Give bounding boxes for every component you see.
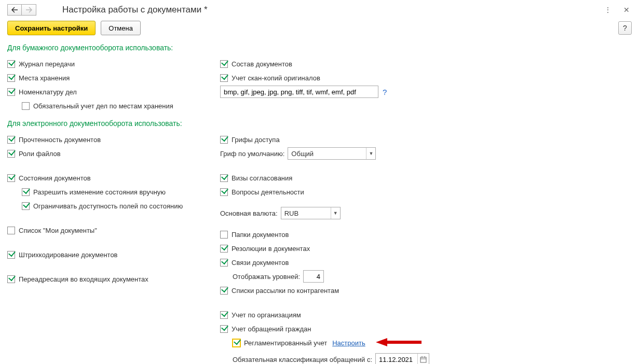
chk-file-roles[interactable] (7, 150, 15, 158)
vertical-dots-icon: ⋮ (604, 6, 611, 14)
lbl-doc-composition: Состав документов (232, 60, 292, 68)
lbl-default-stamp: Гриф по умолчанию: (220, 150, 284, 158)
chk-approval-visas[interactable] (220, 174, 228, 182)
chk-mailing-lists[interactable] (220, 287, 228, 295)
chk-allow-manual-state[interactable] (22, 188, 30, 196)
chk-org-accounting[interactable] (220, 311, 228, 319)
titlebar: Настройка работы с документами * ⋮ ✕ (7, 4, 632, 16)
lbl-mandatory-storage: Обязательный учет дел по местам хранения (33, 102, 173, 110)
chk-read-docs[interactable] (7, 136, 15, 144)
chk-citizen-requests[interactable] (220, 325, 228, 333)
date-value[interactable] (376, 354, 417, 364)
section-paper-left: Журнал передачи Места хранения Номенклат… (7, 57, 215, 113)
chk-barcoding[interactable] (7, 251, 15, 259)
lbl-storage-places: Места хранения (19, 74, 70, 82)
annotation-arrow (376, 337, 423, 349)
help-button[interactable]: ? (618, 21, 632, 35)
cancel-button[interactable]: Отмена (101, 21, 141, 35)
question-icon: ? (623, 24, 627, 32)
lbl-activity-questions: Вопросы деятельности (232, 188, 304, 196)
close-icon: ✕ (623, 6, 630, 14)
help-formats[interactable]: ? (383, 88, 387, 96)
save-button[interactable]: Сохранить настройки (7, 21, 96, 35)
chk-doc-links[interactable] (220, 259, 228, 267)
chk-doc-composition[interactable] (220, 60, 228, 68)
calendar-icon[interactable] (417, 354, 429, 364)
lbl-mailing-lists: Списки рассылки по контрагентам (232, 287, 339, 295)
chk-doc-folders[interactable] (220, 231, 228, 239)
close-button[interactable]: ✕ (621, 5, 632, 15)
lbl-mandatory-classification: Обязательная классификация обращений с: (233, 356, 372, 363)
lbl-show-levels: Отображать уровней: (233, 273, 300, 281)
chk-mandatory-storage[interactable] (22, 102, 30, 110)
lbl-org-accounting: Учет по организациям (232, 311, 301, 319)
chk-transfer-log[interactable] (7, 60, 15, 68)
chk-scan-originals[interactable] (220, 74, 228, 82)
section-electronic-left: Прочтенность документов Роли файлов Сост… (7, 133, 215, 364)
page-title: Настройка работы с документами * (62, 5, 208, 15)
select-base-currency[interactable]: RUB ▼ (281, 207, 341, 219)
input-mandatory-classification-date[interactable] (375, 353, 429, 364)
chk-storage-places[interactable] (7, 74, 15, 82)
chk-nomenclature[interactable] (7, 88, 15, 96)
toolbar: Сохранить настройки Отмена ? (7, 21, 632, 35)
input-show-levels[interactable] (303, 270, 324, 283)
lbl-doc-links: Связи документов (232, 259, 289, 267)
chk-activity-questions[interactable] (220, 188, 228, 196)
lbl-doc-states: Состояния документов (19, 174, 91, 182)
chk-my-docs-list[interactable] (7, 227, 15, 234)
select-default-stamp[interactable]: Общий ▼ (288, 147, 376, 160)
chevron-down-icon: ▼ (366, 148, 375, 159)
chk-resolutions[interactable] (220, 245, 228, 253)
lbl-regulated-accounting: Регламентированный учет (244, 339, 327, 347)
lbl-doc-folders: Папки документов (232, 231, 289, 239)
lbl-nomenclature: Номенклатуру дел (19, 88, 77, 96)
lbl-citizen-requests: Учет обращений граждан (232, 325, 311, 333)
lbl-access-stamps: Грифы доступа (232, 136, 280, 144)
arrow-right-icon (25, 7, 33, 13)
select-base-currency-value: RUB (281, 207, 331, 219)
arrow-left-icon (11, 7, 18, 13)
more-button[interactable]: ⋮ (603, 5, 613, 15)
back-button[interactable] (7, 4, 22, 16)
chk-regulated-accounting[interactable] (233, 339, 240, 347)
lbl-approval-visas: Визы согласования (232, 174, 292, 182)
lbl-read-docs: Прочтенность документов (19, 136, 101, 144)
lbl-transfer-log: Журнал передачи (19, 60, 75, 68)
svg-rect-2 (420, 357, 426, 362)
input-formats[interactable] (220, 86, 378, 98)
nav-buttons (7, 4, 36, 16)
forward-button[interactable] (22, 4, 36, 16)
link-configure[interactable]: Настроить (332, 339, 365, 347)
section-paper-title: Для бумажного документооборота использов… (7, 44, 632, 52)
svg-marker-1 (376, 338, 387, 346)
lbl-resolutions: Резолюции в документах (232, 245, 310, 253)
arrow-left-red-icon (376, 337, 423, 347)
chevron-down-icon: ▼ (331, 207, 340, 219)
section-electronic-title: Для электронного документооборота исполь… (7, 119, 632, 128)
titlebar-right: ⋮ ✕ (603, 5, 632, 15)
select-default-stamp-value: Общий (288, 148, 366, 159)
chk-restrict-fields[interactable] (22, 202, 30, 210)
lbl-scan-originals: Учет скан-копий оригиналов (232, 74, 320, 82)
lbl-barcoding: Штрихкодирование документов (19, 251, 118, 259)
settings-window: Настройка работы с документами * ⋮ ✕ Сох… (0, 0, 639, 364)
lbl-forwarding: Переадресация во входящих документах (19, 275, 148, 283)
lbl-base-currency: Основная валюта: (220, 209, 278, 217)
chk-access-stamps[interactable] (220, 136, 228, 144)
section-paper-body: Журнал передачи Места хранения Номенклат… (7, 57, 632, 113)
chk-doc-states[interactable] (7, 174, 15, 182)
section-electronic-right: Грифы доступа Гриф по умолчанию: Общий ▼… (220, 133, 632, 364)
lbl-allow-manual-state: Разрешить изменение состояния вручную (33, 188, 166, 196)
section-paper-right: Состав документов Учет скан-копий оригин… (220, 57, 632, 113)
chk-forwarding[interactable] (7, 275, 15, 283)
section-electronic-body: Прочтенность документов Роли файлов Сост… (7, 133, 632, 364)
lbl-file-roles: Роли файлов (19, 150, 61, 158)
lbl-restrict-fields: Ограничивать доступность полей по состоя… (33, 202, 183, 210)
lbl-my-docs-list: Список "Мои документы" (19, 227, 97, 234)
